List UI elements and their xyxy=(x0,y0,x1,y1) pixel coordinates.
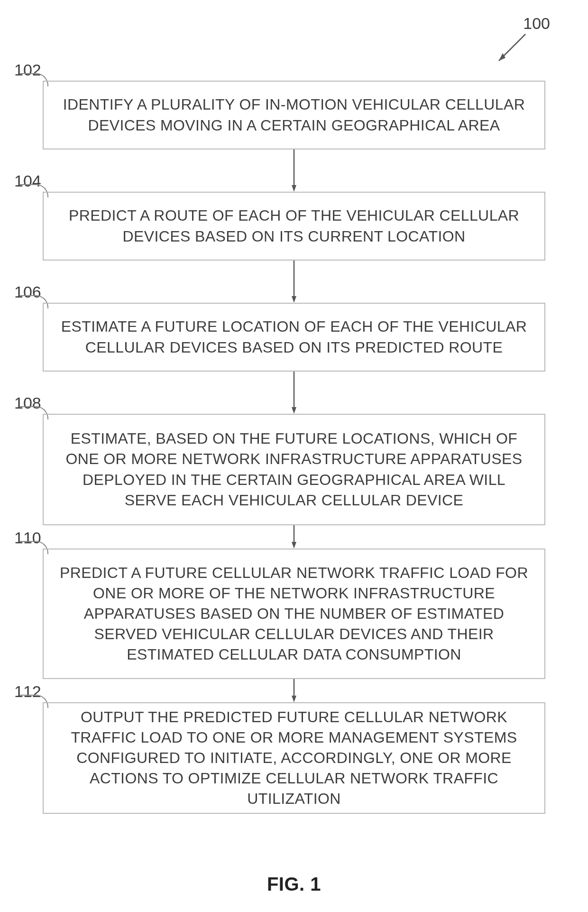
step-box-106: ESTIMATE A FUTURE LOCATION OF EACH OF TH… xyxy=(43,303,545,372)
step-text: PREDICT A FUTURE CELLULAR NETWORK TRAFFI… xyxy=(56,563,532,665)
step-text: ESTIMATE A FUTURE LOCATION OF EACH OF TH… xyxy=(56,316,532,357)
arrow-down-icon xyxy=(292,149,296,192)
step-box-110: PREDICT A FUTURE CELLULAR NETWORK TRAFFI… xyxy=(43,549,545,679)
figure-caption: FIG. 1 xyxy=(0,874,588,895)
svg-marker-9 xyxy=(292,542,296,549)
flowchart-canvas: 100 102 104 106 108 110 112 IDENTIFY A P… xyxy=(0,0,588,912)
step-text: OUTPUT THE PREDICTED FUTURE CELLULAR NET… xyxy=(56,707,532,810)
arrow-down-icon xyxy=(292,679,296,702)
svg-marker-11 xyxy=(292,696,296,702)
svg-marker-5 xyxy=(292,296,296,303)
diagram-id-arrow-icon xyxy=(488,28,531,71)
arrow-down-icon xyxy=(292,261,296,303)
step-text: IDENTIFY A PLURALITY OF IN-MOTION VEHICU… xyxy=(56,94,532,135)
step-box-112: OUTPUT THE PREDICTED FUTURE CELLULAR NET… xyxy=(43,702,545,814)
step-box-104: PREDICT A ROUTE OF EACH OF THE VEHICULAR… xyxy=(43,192,545,261)
arrow-down-icon xyxy=(292,372,296,414)
arrow-down-icon xyxy=(292,525,296,549)
step-text: ESTIMATE, BASED ON THE FUTURE LOCATIONS,… xyxy=(56,428,532,511)
step-box-108: ESTIMATE, BASED ON THE FUTURE LOCATIONS,… xyxy=(43,414,545,525)
step-box-102: IDENTIFY A PLURALITY OF IN-MOTION VEHICU… xyxy=(43,81,545,149)
step-text: PREDICT A ROUTE OF EACH OF THE VEHICULAR… xyxy=(56,205,532,246)
svg-marker-3 xyxy=(292,185,296,192)
svg-marker-7 xyxy=(292,407,296,414)
